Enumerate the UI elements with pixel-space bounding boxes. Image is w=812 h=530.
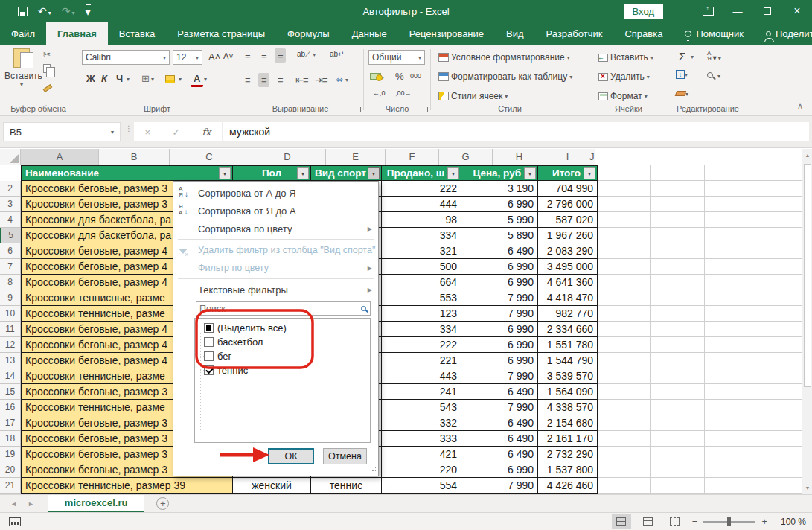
column-header[interactable]: C: [170, 149, 249, 165]
cell-total[interactable]: 3 539 570: [538, 368, 598, 384]
align-center-button[interactable]: ≡: [258, 73, 269, 87]
sheet-tab-active[interactable]: microexcel.ru: [48, 495, 145, 512]
clear-button[interactable]: ▾: [676, 88, 688, 98]
cell-name[interactable]: Кроссовки теннисные, размер 39: [21, 478, 233, 494]
font-size-select[interactable]: 12▾: [173, 50, 202, 65]
find-select-button[interactable]: ▾: [707, 70, 720, 80]
ribbon-tab[interactable]: Данные: [341, 22, 398, 45]
font-color-button[interactable]: А: [191, 72, 203, 87]
cell-price[interactable]: 5 890: [461, 228, 538, 243]
row-header[interactable]: 11: [0, 322, 21, 337]
cell-sold[interactable]: 241: [382, 384, 461, 400]
row-header[interactable]: 9: [0, 290, 21, 306]
delete-cells-button[interactable]: Удалить▾: [595, 70, 653, 83]
cell-sold[interactable]: 334: [382, 228, 461, 243]
cell-total[interactable]: 1 544 790: [538, 353, 598, 368]
macro-record-icon[interactable]: [9, 517, 21, 526]
cell-sold[interactable]: 333: [382, 431, 461, 447]
zoom-slider-thumb[interactable]: [727, 517, 731, 526]
header-cell-price[interactable]: Цена, руб▼: [461, 165, 538, 181]
cell-price[interactable]: 6 490: [461, 384, 538, 400]
confirm-entry-icon[interactable]: ✓: [172, 127, 180, 138]
customize-qat-icon[interactable]: ▾: [86, 4, 91, 18]
column-header[interactable]: E: [326, 149, 386, 165]
cell-sold[interactable]: 664: [382, 275, 461, 290]
fill-color-dropdown-icon[interactable]: ▾: [179, 76, 182, 83]
ribbon-tab[interactable]: Рецензирование: [398, 22, 495, 45]
cell-total[interactable]: 2 796 000: [538, 197, 598, 212]
collapse-ribbon-icon[interactable]: ∧: [797, 101, 803, 111]
ribbon-tab[interactable]: Главная: [46, 22, 108, 45]
row-header[interactable]: 18: [0, 431, 21, 447]
cut-button[interactable]: ✂: [43, 49, 51, 60]
header-cell-name[interactable]: Наименование▼: [21, 165, 233, 181]
header-cell-sold[interactable]: Продано, ш▼: [382, 165, 461, 181]
cell-sold[interactable]: 332: [382, 415, 461, 431]
ribbon-display-options-button[interactable]: [693, 0, 723, 22]
row-header[interactable]: 16: [0, 400, 21, 415]
align-left-button[interactable]: ≡: [242, 73, 253, 87]
align-right-button[interactable]: ≡: [275, 73, 286, 87]
page-layout-view-button[interactable]: [639, 514, 658, 529]
cell-price[interactable]: 6 990: [461, 197, 538, 212]
row-header[interactable]: 12: [0, 337, 21, 353]
cell-price[interactable]: 6 490: [461, 243, 538, 259]
filter-dropdown-icon[interactable]: ▼: [297, 167, 309, 179]
ribbon-tab[interactable]: Помощник: [674, 22, 755, 45]
cell-total[interactable]: 4 338 570: [538, 400, 598, 415]
column-header[interactable]: H: [493, 149, 546, 165]
maximize-button[interactable]: [752, 0, 782, 22]
cell-price[interactable]: 5 990: [461, 212, 538, 228]
cell-sold[interactable]: 222: [382, 181, 461, 197]
merge-center-button[interactable]: ⬄▾: [333, 73, 351, 86]
wrap-text-button[interactable]: ab↵: [327, 48, 348, 60]
filter-dropdown-icon[interactable]: ▼: [524, 167, 536, 179]
search-icon[interactable]: [361, 306, 366, 311]
format-as-table-button[interactable]: Форматировать как таблицу▾: [435, 70, 575, 83]
number-format-select[interactable]: Общий▾: [368, 50, 425, 65]
insert-function-icon[interactable]: fx: [202, 127, 211, 138]
filter-value-option[interactable]: бег: [198, 349, 370, 363]
alignment-dialog-launcher-icon[interactable]: [356, 107, 361, 112]
column-header[interactable]: A: [21, 149, 99, 165]
cell-price[interactable]: 6 990: [461, 353, 538, 368]
orientation-button[interactable]: ab⟋▾: [294, 48, 319, 60]
row-header[interactable]: 5: [0, 228, 21, 243]
cell-total[interactable]: 2 334 660: [538, 322, 598, 337]
cell-price[interactable]: 6 990: [461, 462, 538, 478]
normal-view-button[interactable]: [612, 514, 631, 529]
ok-button[interactable]: ОК: [268, 448, 314, 464]
row-header[interactable]: 17: [0, 415, 21, 431]
decrease-font-icon[interactable]: А˅: [220, 50, 237, 62]
sign-in-button[interactable]: Вход: [624, 4, 663, 19]
row-header[interactable]: 2: [0, 181, 21, 197]
formula-input[interactable]: мужской: [223, 122, 809, 141]
cell-price[interactable]: 6 990: [461, 322, 538, 337]
cell-total[interactable]: 4 418 470: [538, 290, 598, 306]
percent-style-button[interactable]: %: [392, 69, 407, 83]
scroll-down-icon[interactable]: ▼: [802, 482, 812, 494]
cell-price[interactable]: 7 990: [461, 478, 538, 494]
zoom-out-icon[interactable]: −: [692, 516, 698, 527]
cell-sold[interactable]: 444: [382, 197, 461, 212]
cell-price[interactable]: 7 990: [461, 400, 538, 415]
cell-price[interactable]: 6 490: [461, 447, 538, 462]
checkbox-icon[interactable]: [204, 337, 214, 347]
menu-sort-za[interactable]: ЯА ↓ Сортировка от Я до А: [173, 202, 378, 220]
cell-sold[interactable]: 421: [382, 447, 461, 462]
cell-styles-button[interactable]: Стили ячеек▾: [435, 89, 511, 103]
header-cell-total[interactable]: Итого▼: [538, 165, 598, 181]
font-color-dropdown-icon[interactable]: ▾: [204, 76, 207, 83]
cell-sport[interactable]: теннис: [311, 478, 382, 494]
menu-text-filters[interactable]: Текстовые фильтры ▶: [173, 281, 378, 298]
row-header[interactable]: 4: [0, 212, 21, 228]
name-box[interactable]: B5 ▾: [3, 122, 121, 141]
cell-price[interactable]: 6 990: [461, 337, 538, 353]
cell-sold[interactable]: 334: [382, 322, 461, 337]
cell-total[interactable]: 1 537 800: [538, 462, 598, 478]
filter-dropdown-icon[interactable]: ▼: [219, 167, 231, 179]
ribbon-tab[interactable]: Вставка: [108, 22, 166, 45]
sheet-nav-right-icon[interactable]: ►: [28, 500, 34, 508]
undo-button[interactable]: ↶▾: [38, 5, 51, 17]
zoom-level[interactable]: 100 %: [775, 517, 806, 527]
